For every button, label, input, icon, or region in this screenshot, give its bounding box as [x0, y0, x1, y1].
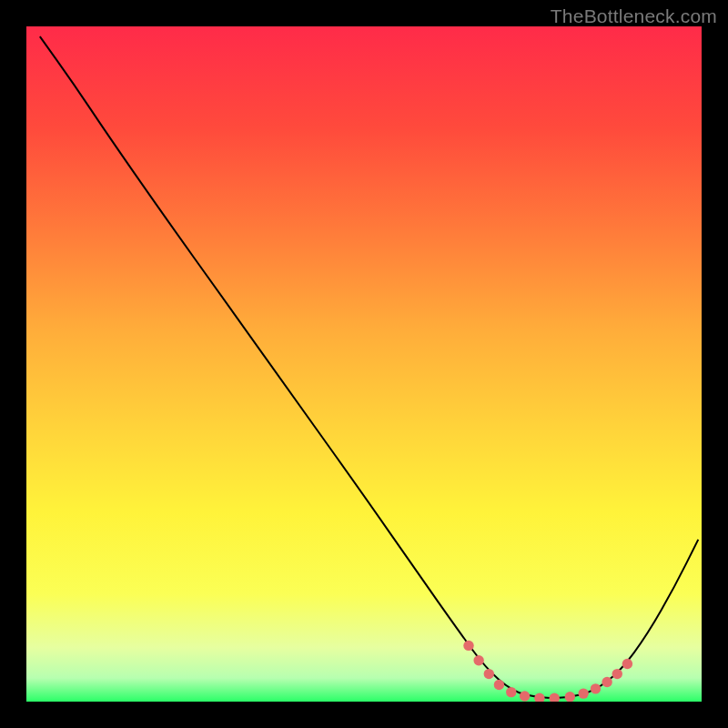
optimal-marker	[473, 655, 483, 665]
optimal-marker	[463, 641, 473, 651]
bottleneck-chart	[26, 26, 702, 702]
optimal-marker	[484, 669, 494, 679]
optimal-marker	[612, 669, 622, 679]
optimal-marker	[494, 680, 504, 690]
optimal-marker	[578, 688, 588, 698]
optimal-marker	[602, 677, 612, 687]
optimal-marker	[591, 683, 601, 693]
attribution-label: TheBottleneck.com	[551, 5, 717, 27]
optimal-marker	[520, 691, 530, 701]
optimal-marker	[506, 687, 516, 697]
optimal-marker	[622, 659, 632, 669]
chart-background	[26, 26, 702, 702]
optimal-marker	[565, 692, 575, 702]
